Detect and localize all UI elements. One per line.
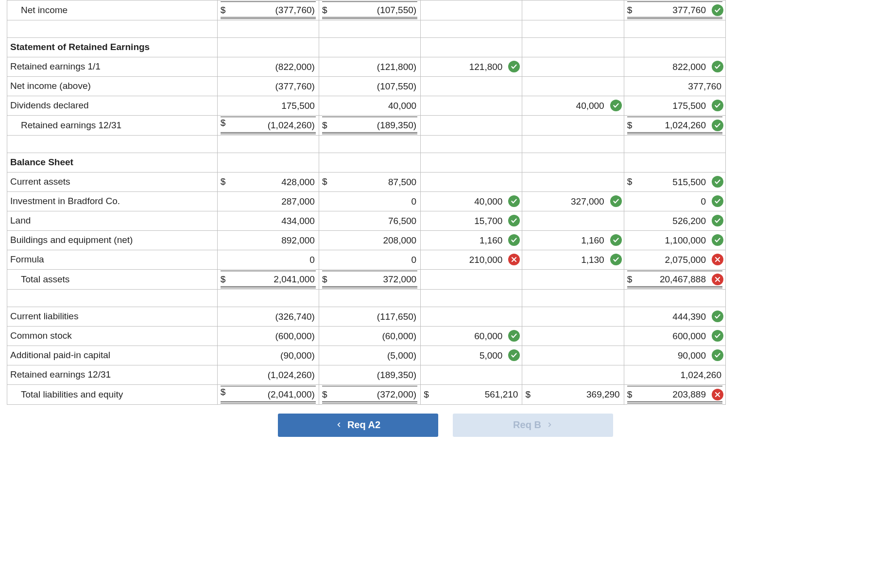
table-row: Formula00210,0001,1302,075,000 <box>7 250 726 269</box>
cell-value: (377,760) <box>275 5 316 16</box>
col-2: $(107,550) <box>319 0 420 20</box>
cell-value: (1,024,260) <box>268 370 316 380</box>
col-4: 1,160 <box>522 230 624 250</box>
cell-value: (600,000) <box>275 331 316 342</box>
checkmark-icon <box>712 176 723 188</box>
col-4: 327,000 <box>522 191 624 211</box>
col-1: (90,000) <box>217 346 319 365</box>
cell-value: 287,000 <box>281 196 316 207</box>
row-label: Additional paid-in capital <box>7 346 218 365</box>
row-label: Retained earnings 12/31 <box>7 115 218 135</box>
table-row: Retained earnings 1/1(822,000)(121,800)1… <box>7 57 726 76</box>
col-1: $2,041,000 <box>217 269 319 289</box>
col-3: 210,000 <box>421 250 522 269</box>
col-1: 287,000 <box>217 191 319 211</box>
col-2: $(372,000) <box>319 384 420 404</box>
col-4 <box>522 57 624 76</box>
next-button[interactable]: Req B <box>453 414 613 437</box>
cell-value: 561,210 <box>485 389 519 400</box>
col-5: $1,024,260 <box>624 115 725 135</box>
col-1: (600,000) <box>217 326 319 346</box>
x-icon <box>712 274 723 285</box>
cell-value: 40,000 <box>388 101 417 111</box>
checkmark-icon <box>712 234 723 246</box>
chevron-left-icon <box>336 419 343 431</box>
col-4 <box>522 115 624 135</box>
table-row: Total liabilities and equity$(2,041,000)… <box>7 384 726 404</box>
col-3: 60,000 <box>421 326 522 346</box>
col-5: 822,000 <box>624 57 725 76</box>
col-3 <box>421 0 522 20</box>
col-5: $515,500 <box>624 172 725 191</box>
cell-value: (107,550) <box>377 5 417 16</box>
col-3 <box>421 96 522 115</box>
col-5: 90,000 <box>624 346 725 365</box>
col-1: $428,000 <box>217 172 319 191</box>
row-label: Retained earnings 12/31 <box>7 365 218 384</box>
col-3: 121,800 <box>421 57 522 76</box>
checkmark-icon <box>508 61 520 72</box>
table-row: Buildings and equipment (net)892,000208,… <box>7 230 726 250</box>
col-1: (377,760) <box>217 76 319 96</box>
cell-value: (372,000) <box>377 389 417 400</box>
col-2: (5,000) <box>319 346 420 365</box>
table-row: Investment in Bradford Co.287,000040,000… <box>7 191 726 211</box>
col-2: (189,350) <box>319 365 420 384</box>
col-4 <box>522 0 624 20</box>
col-5: $20,467,888 <box>624 269 725 289</box>
table-row: Dividends declared175,50040,00040,000175… <box>7 96 726 115</box>
checkmark-icon <box>712 311 723 322</box>
cell-value: 0 <box>411 255 418 265</box>
col-3 <box>421 76 522 96</box>
col-5: 377,760 <box>624 76 725 96</box>
checkmark-icon <box>508 195 520 207</box>
col-2: $87,500 <box>319 172 420 191</box>
cell-value: 377,760 <box>688 81 722 92</box>
cell-value: (90,000) <box>280 350 316 361</box>
checkmark-icon <box>508 330 520 342</box>
cell-value: 372,000 <box>383 274 417 285</box>
cell-value: (121,800) <box>377 62 417 72</box>
row-label: Current liabilities <box>7 307 218 326</box>
col-2: 40,000 <box>319 96 420 115</box>
prev-button[interactable]: Req A2 <box>278 414 438 437</box>
cell-value: 0 <box>411 196 418 207</box>
cell-value: 76,500 <box>388 216 417 226</box>
col-4 <box>522 346 624 365</box>
table-row: Current liabilities(326,740)(117,650)444… <box>7 307 726 326</box>
row-label: Total assets <box>7 269 218 289</box>
col-4 <box>522 307 624 326</box>
cell-value: 1,024,260 <box>680 370 722 380</box>
cell-value: (326,740) <box>275 311 316 322</box>
col-5: 2,075,000 <box>624 250 725 269</box>
table-row: Balance Sheet <box>7 153 726 172</box>
col-2: $(189,350) <box>319 115 420 135</box>
checkmark-icon <box>712 349 723 361</box>
cell-value: (189,350) <box>377 120 417 131</box>
row-label: Dividends declared <box>7 96 218 115</box>
table-row: Additional paid-in capital(90,000)(5,000… <box>7 346 726 365</box>
col-2: 0 <box>319 250 420 269</box>
table-row <box>7 289 726 307</box>
cell-value: (117,650) <box>377 311 417 322</box>
col-1: (822,000) <box>217 57 319 76</box>
col-3: 40,000 <box>421 191 522 211</box>
col-2: 76,500 <box>319 211 420 230</box>
col-2: (117,650) <box>319 307 420 326</box>
chevron-right-icon <box>546 419 553 431</box>
col-3 <box>421 115 522 135</box>
row-label: Formula <box>7 250 218 269</box>
checkmark-icon <box>712 61 723 72</box>
table-row: Net income$(377,760)$(107,550)$377,760 <box>7 0 726 20</box>
col-1: 175,500 <box>217 96 319 115</box>
row-label: Current assets <box>7 172 218 191</box>
row-label: Retained earnings 1/1 <box>7 57 218 76</box>
col-1: 434,000 <box>217 211 319 230</box>
col-4 <box>522 269 624 289</box>
col-3: 15,700 <box>421 211 522 230</box>
col-5: 444,390 <box>624 307 725 326</box>
checkmark-icon <box>712 4 723 16</box>
row-label: Land <box>7 211 218 230</box>
col-4: 40,000 <box>522 96 624 115</box>
checkmark-icon <box>610 195 622 207</box>
